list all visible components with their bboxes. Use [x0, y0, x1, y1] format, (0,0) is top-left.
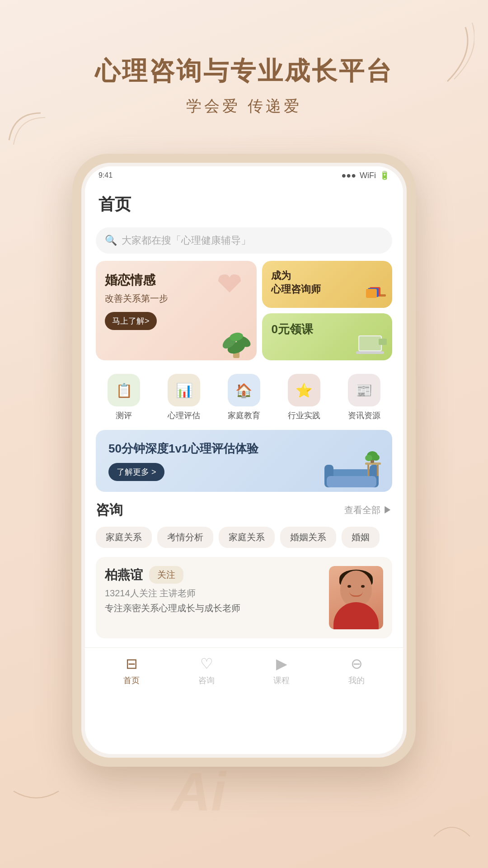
- svg-point-23: [372, 454, 380, 461]
- banner-free-course[interactable]: 0元领课: [262, 313, 392, 360]
- family-edu-label: 家庭教育: [228, 410, 260, 421]
- search-icon: 🔍: [105, 235, 117, 246]
- main-tagline: 心理咨询与专业成长平台: [0, 54, 488, 89]
- home-icon: ⊟: [126, 655, 138, 672]
- consultant-desc: 专注亲密关系心理成长与成长老师: [105, 602, 322, 614]
- nav-profile-label: 我的: [348, 675, 365, 686]
- phone-mockup: 9:41 ●●● WiFi 🔋 首页 🔍 大家都在搜「心理健康辅导」: [72, 154, 416, 767]
- banner-grid: 婚恋情感 改善关系第一步 马上了解>: [85, 261, 403, 360]
- nav-consult-label: 咨询: [198, 675, 215, 686]
- consultant-info: 柏燕谊 关注 13214人关注 主讲老师 专注亲密关系心理成长与成长老师: [105, 566, 322, 614]
- consultant-card[interactable]: 柏燕谊 关注 13214人关注 主讲老师 专注亲密关系心理成长与成长老师: [96, 557, 392, 638]
- search-input[interactable]: 大家都在搜「心理健康辅导」: [122, 234, 251, 247]
- search-bar[interactable]: 🔍 大家都在搜「心理健康辅导」: [96, 227, 392, 254]
- page-title: 首页: [99, 193, 389, 216]
- consultant-name-row: 柏燕谊 关注: [105, 566, 322, 584]
- nav-courses[interactable]: ▶ 课程: [273, 655, 290, 686]
- svg-rect-16: [327, 476, 376, 487]
- news-icon: 📰: [348, 374, 380, 406]
- bottom-navigation: ⊟ 首页 ♡ 咨询 ▶ 课程 ⊖ 我的: [85, 647, 403, 697]
- nav-profile[interactable]: ⊖ 我的: [348, 655, 365, 686]
- icon-news[interactable]: 📰 资讯资源: [348, 374, 380, 421]
- icon-assessment[interactable]: 📋 测评: [108, 374, 140, 421]
- svg-rect-18: [367, 465, 369, 476]
- industry-label: 行业实践: [288, 410, 320, 421]
- tag-row: 家庭关系 考情分析 家庭关系 婚姻关系 婚姻: [85, 527, 403, 548]
- tag-family[interactable]: 家庭关系: [96, 527, 152, 548]
- consultant-avatar: [329, 566, 383, 629]
- blue-banner-button[interactable]: 了解更多 >: [108, 463, 164, 481]
- svg-rect-11: [356, 351, 384, 354]
- ai-watermark: Ai: [172, 760, 226, 823]
- tag-family2[interactable]: 家庭关系: [219, 527, 275, 548]
- nav-home[interactable]: ⊟ 首页: [123, 655, 140, 686]
- courses-icon: ▶: [276, 655, 287, 672]
- assessment-icon: 📋: [108, 374, 140, 406]
- banner-become-counselor[interactable]: 成为 心理咨询师: [262, 261, 392, 308]
- icon-grid: 📋 测评 📊 心理评估 🏠 家庭教育 ⭐ 行业实践: [85, 369, 403, 430]
- industry-icon: ⭐: [288, 374, 320, 406]
- top-navigation: 首页: [85, 184, 403, 220]
- sub-tagline: 学会爱 传递爱: [0, 96, 488, 117]
- psych-eval-label: 心理评估: [168, 410, 200, 421]
- view-all-link[interactable]: 查看全部 ▶: [344, 504, 392, 516]
- svg-rect-8: [366, 289, 377, 298]
- page-header: 心理咨询与专业成长平台 学会爱 传递爱: [0, 0, 488, 117]
- nav-consult[interactable]: ♡ 咨询: [198, 655, 215, 686]
- banner-right-group: 成为 心理咨询师 0元领课: [262, 261, 392, 360]
- svg-rect-10: [359, 336, 381, 350]
- nav-courses-label: 课程: [273, 675, 290, 686]
- consultant-name: 柏燕谊: [105, 566, 143, 584]
- follow-button[interactable]: 关注: [149, 566, 183, 584]
- news-label: 资讯资源: [348, 410, 380, 421]
- icon-industry[interactable]: ⭐ 行业实践: [288, 374, 320, 421]
- family-edu-icon: 🏠: [228, 374, 260, 406]
- app-content: 9:41 ●●● WiFi 🔋 首页 🔍 大家都在搜「心理健康辅导」: [85, 166, 403, 754]
- tag-exam[interactable]: 考情分析: [157, 527, 213, 548]
- phone-inner: 9:41 ●●● WiFi 🔋 首页 🔍 大家都在搜「心理健康辅导」: [81, 163, 407, 758]
- icon-psych-eval[interactable]: 📊 心理评估: [168, 374, 200, 421]
- svg-point-22: [365, 455, 372, 461]
- consultation-section-header: 咨询 查看全部 ▶: [85, 501, 403, 519]
- blue-promo-banner[interactable]: 50分钟深度1v1心理评估体验 了解更多 >: [96, 430, 392, 492]
- banner-left-button[interactable]: 马上了解>: [105, 312, 157, 330]
- consultation-section-title: 咨询: [96, 501, 123, 519]
- svg-rect-19: [377, 465, 379, 476]
- consultant-stats: 13214人关注 主讲老师: [105, 587, 322, 599]
- svg-rect-12: [379, 339, 387, 345]
- status-bar: 9:41 ●●● WiFi 🔋: [85, 166, 403, 184]
- psych-eval-icon: 📊: [168, 374, 200, 406]
- tag-marriage[interactable]: 婚姻关系: [280, 527, 336, 548]
- tag-marriage2[interactable]: 婚姻: [342, 527, 380, 548]
- profile-icon: ⊖: [351, 655, 363, 672]
- banner-marriage[interactable]: 婚恋情感 改善关系第一步 马上了解>: [96, 261, 257, 360]
- phone-screen: 9:41 ●●● WiFi 🔋 首页 🔍 大家都在搜「心理健康辅导」: [85, 166, 403, 754]
- assessment-label: 测评: [116, 410, 132, 421]
- icon-family-edu[interactable]: 🏠 家庭教育: [228, 374, 260, 421]
- consult-icon: ♡: [200, 655, 213, 672]
- nav-home-label: 首页: [123, 675, 140, 686]
